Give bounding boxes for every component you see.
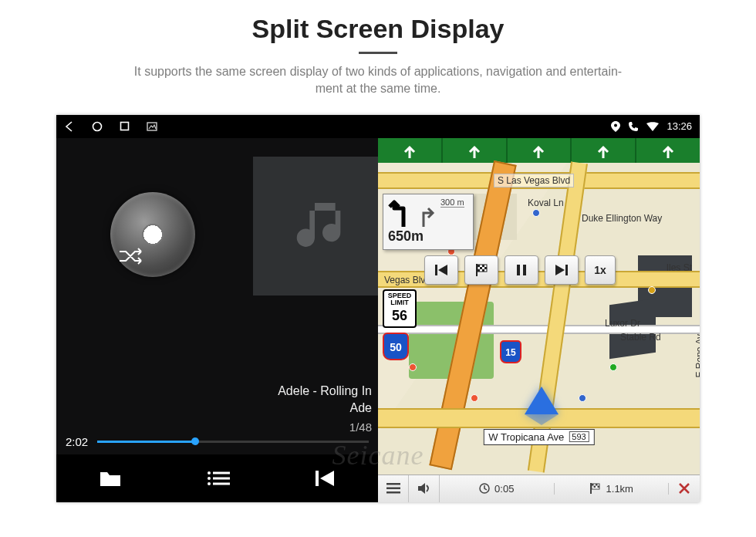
nav-sound-button[interactable] <box>409 475 440 502</box>
poi-marker[interactable] <box>471 394 478 402</box>
svg-rect-17 <box>484 267 487 269</box>
svg-rect-19 <box>482 269 484 272</box>
progress-thumb[interactable] <box>191 437 199 445</box>
street-label: Stable Rd <box>617 331 664 343</box>
svg-rect-1 <box>121 123 129 130</box>
turn-distance: 650m <box>388 228 468 245</box>
svg-point-8 <box>208 482 211 485</box>
lane-arrow-icon <box>597 143 609 158</box>
svg-rect-29 <box>592 484 594 486</box>
lane-arrow-icon <box>403 143 416 158</box>
title-underline <box>359 52 397 54</box>
svg-rect-15 <box>482 265 484 267</box>
svg-rect-9 <box>213 482 230 485</box>
status-bar: 13:26 <box>56 115 700 138</box>
picture-icon[interactable] <box>147 122 157 131</box>
vehicle-heading-icon <box>525 387 559 414</box>
map-area[interactable]: S Las Vegas Blvd Koval Ln Duke Ellington… <box>378 163 700 475</box>
svg-rect-10 <box>316 471 319 486</box>
street-label: Iles St <box>663 262 695 274</box>
nav-pause-button[interactable] <box>505 255 538 285</box>
svg-point-0 <box>93 122 102 130</box>
folder-icon[interactable] <box>99 469 122 488</box>
street-label: Luxor Dr <box>602 317 643 329</box>
poi-marker[interactable] <box>579 394 586 402</box>
svg-rect-11 <box>435 265 437 275</box>
svg-point-6 <box>208 477 211 480</box>
svg-rect-5 <box>213 471 230 474</box>
route-shield: 50 <box>383 333 409 360</box>
navigation-pane: S Las Vegas Blvd Koval Ln Duke Ellington… <box>378 138 700 502</box>
current-street-name: W Tropicana Ave <box>488 431 564 443</box>
lane-arrow-icon <box>662 143 674 158</box>
turn-left-icon <box>388 198 414 227</box>
svg-rect-24 <box>386 488 400 490</box>
street-label: S Las Vegas Blvd <box>494 174 574 187</box>
nav-bottom-bar: 0:05 1.1km <box>378 475 700 502</box>
svg-rect-21 <box>523 265 526 275</box>
track-counter: 1/48 <box>56 420 372 435</box>
music-pane: Adele - Rolling In Ade 1/48 2:02 <box>56 138 378 502</box>
poi-marker[interactable] <box>648 286 656 294</box>
svg-rect-14 <box>478 265 480 267</box>
progress-fill <box>97 441 195 443</box>
location-icon <box>611 121 620 132</box>
playlist-icon[interactable] <box>207 470 230 487</box>
elapsed-time: 2:02 <box>66 435 88 448</box>
svg-rect-22 <box>565 265 568 275</box>
poi-marker[interactable] <box>409 363 417 371</box>
recents-icon[interactable] <box>120 121 130 131</box>
speed-limit-label: SPEED LIMIT <box>388 292 412 306</box>
nav-menu-button[interactable] <box>378 475 409 502</box>
nav-flag-button[interactable] <box>464 255 498 285</box>
turn-right-small-icon <box>419 205 436 227</box>
phone-icon <box>628 121 639 132</box>
street-label: E Reno Av <box>694 331 700 380</box>
current-street-sign: W Tropicana Ave 593 <box>483 429 594 445</box>
svg-rect-25 <box>386 491 400 494</box>
progress-bar[interactable] <box>97 441 369 443</box>
speed-limit-sign: SPEED LIMIT 56 <box>383 289 417 328</box>
svg-rect-7 <box>213 477 230 479</box>
poi-marker[interactable] <box>609 363 617 371</box>
page-subtitle: It supports the same screen display of t… <box>46 63 710 98</box>
lane-arrow-icon <box>532 143 545 158</box>
wifi-icon <box>646 122 659 131</box>
flag-icon <box>589 483 602 494</box>
svg-rect-32 <box>597 486 599 488</box>
svg-point-4 <box>208 471 211 475</box>
svg-rect-18 <box>478 269 480 272</box>
nav-prev-button[interactable] <box>424 255 458 285</box>
subtitle-line-2: ment at the same time. <box>316 82 441 95</box>
music-note-icon <box>292 195 353 257</box>
svg-rect-31 <box>593 486 596 488</box>
svg-rect-30 <box>596 484 598 486</box>
lane-arrow-icon <box>468 143 481 158</box>
previous-icon[interactable] <box>316 469 336 488</box>
back-icon[interactable] <box>64 121 75 132</box>
turn-panel: 300 m 650m <box>383 194 474 250</box>
nav-speed-button[interactable]: 1x <box>585 255 616 285</box>
next-turn-distance: 300 m <box>440 198 464 208</box>
page-title: Split Screen Display <box>0 14 756 44</box>
svg-rect-16 <box>480 267 482 269</box>
music-bottom-bar <box>56 454 378 502</box>
device-screen: 13:26 Adele - Rolling In A <box>56 115 700 502</box>
svg-rect-20 <box>517 265 520 275</box>
poi-marker[interactable] <box>532 209 540 217</box>
trip-distance: 1.1km <box>555 483 670 495</box>
nav-next-button[interactable] <box>545 255 579 285</box>
track-artist: Ade <box>56 400 372 417</box>
track-title: Adele - Rolling In <box>56 383 372 400</box>
current-street-number: 593 <box>569 431 589 442</box>
nav-close-button[interactable] <box>669 475 700 502</box>
trip-time: 0:05 <box>440 483 555 495</box>
street-label: Duke Ellington Way <box>579 212 665 225</box>
speed-limit-value: 56 <box>384 309 415 323</box>
clock-text: 13:26 <box>667 120 692 132</box>
svg-point-3 <box>614 123 617 127</box>
svg-rect-23 <box>386 483 400 485</box>
lane-guidance-strip <box>378 138 700 163</box>
shuffle-icon[interactable] <box>118 247 144 265</box>
home-icon[interactable] <box>92 121 103 132</box>
